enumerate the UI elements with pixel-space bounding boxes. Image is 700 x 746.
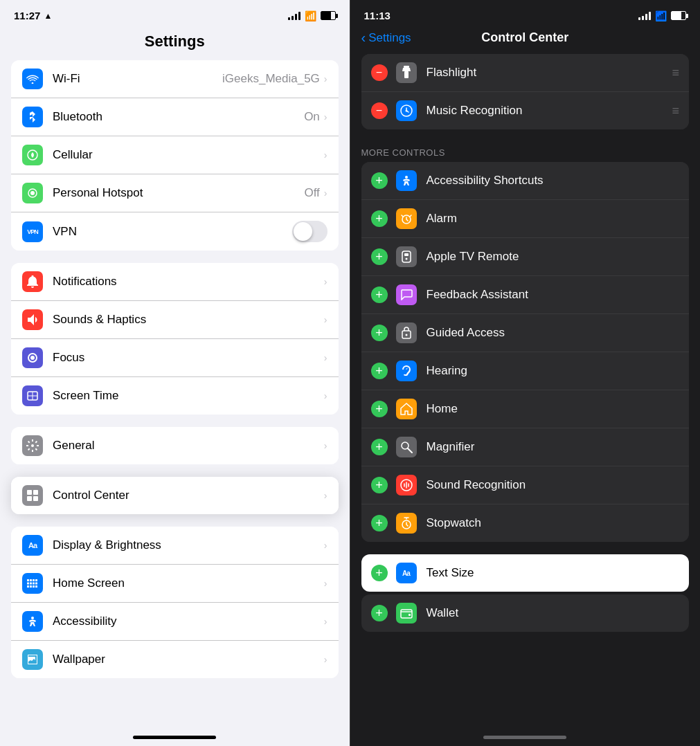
flashlight-drag-handle[interactable]: ≡ (672, 66, 679, 80)
svg-rect-24 (404, 71, 409, 78)
right-status-icons: 📶 (638, 10, 686, 21)
more-controls-header: MORE CONTROLS (350, 142, 701, 162)
sounds-label: Sounds & Haptics (53, 313, 324, 327)
wallet-add-btn[interactable]: + (371, 605, 388, 621)
appletv-row[interactable]: + Apple TV Remote (361, 238, 690, 276)
hearing-row[interactable]: + Hearing (361, 352, 690, 390)
svg-rect-13 (35, 579, 37, 581)
wallpaper-row[interactable]: Wallpaper › (11, 641, 339, 678)
flashlight-row[interactable]: − Flashlight ≡ (361, 54, 690, 92)
alarm-icon (396, 208, 417, 229)
accessibility-shortcuts-add-btn[interactable]: + (371, 172, 388, 189)
svg-rect-17 (35, 583, 37, 585)
hearing-add-btn[interactable]: + (371, 363, 388, 379)
accessibility-shortcuts-icon (396, 170, 417, 191)
back-button[interactable]: ‹ Settings (361, 30, 411, 46)
left-home-indicator (133, 736, 216, 739)
home-add-btn[interactable]: + (371, 401, 388, 417)
textsize-highlighted[interactable]: + Aa Text Size (361, 554, 690, 592)
svg-rect-19 (30, 585, 32, 588)
bluetooth-row[interactable]: Bluetooth On › (11, 98, 339, 136)
hearing-label: Hearing (427, 364, 680, 378)
soundrec-row[interactable]: + Sound Recognition (361, 466, 690, 504)
wifi-icon (22, 69, 43, 89)
right-home-indicator (483, 736, 566, 739)
wifi-label: Wi-Fi (53, 72, 222, 86)
homescreen-icon (22, 573, 43, 594)
display-label: Display & Brightness (53, 538, 324, 552)
included-group: − Flashlight ≡ − Music Recognition ≡ (361, 54, 690, 129)
musicrec-row[interactable]: − Music Recognition ≡ (361, 92, 690, 129)
textsize-row[interactable]: + Aa Text Size (361, 554, 690, 592)
bluetooth-chevron: › (324, 111, 327, 122)
accessibility-shortcuts-row[interactable]: + Accessibility Shortcuts (361, 162, 690, 200)
hotspot-chevron: › (324, 188, 327, 199)
hotspot-row[interactable]: Personal Hotspot Off › (11, 174, 339, 212)
appletv-add-btn[interactable]: + (371, 248, 388, 265)
svg-rect-11 (30, 579, 32, 581)
svg-point-22 (31, 617, 34, 619)
feedback-label: Feedback Assistant (427, 288, 680, 302)
focus-chevron: › (324, 352, 327, 363)
general-label: General (53, 439, 324, 453)
alarm-row[interactable]: + Alarm (361, 200, 690, 238)
bottom-group: Aa Display & Brightness › Home Screen › … (11, 527, 339, 678)
wifi-row[interactable]: Wi-Fi iGeeks_Media_5G › (11, 60, 339, 98)
soundrec-add-btn[interactable]: + (371, 477, 388, 493)
wallet-row[interactable]: + Wallet (361, 594, 690, 632)
control-center-highlighted[interactable]: Control Center › (11, 477, 339, 514)
display-row[interactable]: Aa Display & Brightness › (11, 527, 339, 565)
left-status-bar: 11:27 ▲ 📶 (0, 0, 350, 27)
screentime-row[interactable]: Screen Time › (11, 377, 339, 415)
accessibility-row[interactable]: Accessibility › (11, 603, 339, 641)
stopwatch-add-btn[interactable]: + (371, 515, 388, 531)
general-row[interactable]: General › (11, 427, 339, 464)
magnifier-add-btn[interactable]: + (371, 439, 388, 455)
feedback-row[interactable]: + Feedback Assistant (361, 276, 690, 314)
hotspot-label: Personal Hotspot (53, 186, 304, 200)
stopwatch-row[interactable]: + Stopwatch (361, 504, 690, 542)
feedback-add-btn[interactable]: + (371, 286, 388, 303)
wallpaper-icon (22, 649, 43, 670)
svg-point-5 (31, 444, 34, 447)
musicrec-icon (396, 100, 417, 121)
svg-point-26 (405, 110, 407, 112)
notifications-icon (22, 271, 43, 292)
sounds-icon (22, 309, 43, 330)
wallet-label: Wallet (427, 606, 680, 620)
magnifier-icon (396, 437, 417, 457)
right-header: ‹ Settings Control Center (350, 27, 701, 54)
left-settings-list[interactable]: Wi-Fi iGeeks_Media_5G › Bluetooth On › C… (0, 60, 350, 731)
svg-point-31 (405, 258, 407, 260)
guided-row[interactable]: + Guided Access (361, 314, 690, 352)
flashlight-icon (396, 62, 417, 83)
sounds-row[interactable]: Sounds & Haptics › (11, 301, 339, 339)
alarm-add-btn[interactable]: + (371, 210, 388, 227)
flashlight-remove-btn[interactable]: − (371, 64, 388, 81)
cellular-icon (22, 145, 43, 165)
magnifier-label: Magnifier (427, 440, 680, 454)
musicrec-drag-handle[interactable]: ≡ (672, 104, 679, 118)
vpn-row[interactable]: VPN VPN (11, 212, 339, 251)
svg-rect-15 (30, 583, 32, 585)
notifications-row[interactable]: Notifications › (11, 263, 339, 301)
cellular-row[interactable]: Cellular › (11, 136, 339, 174)
textsize-add-btn[interactable]: + (371, 565, 388, 581)
left-time: 11:27 (14, 10, 40, 21)
svg-rect-39 (409, 614, 411, 616)
location-icon: ▲ (44, 11, 52, 21)
svg-point-1 (30, 191, 35, 195)
svg-rect-8 (27, 496, 32, 501)
back-label: Settings (368, 31, 411, 45)
right-settings-list[interactable]: − Flashlight ≡ − Music Recognition ≡ MOR… (350, 54, 701, 731)
musicrec-remove-btn[interactable]: − (371, 102, 388, 119)
controlcenter-row[interactable]: Control Center › (11, 477, 339, 514)
vpn-toggle[interactable] (292, 221, 327, 242)
feedback-icon (396, 284, 417, 305)
right-page-title: Control Center (481, 30, 568, 45)
guided-add-btn[interactable]: + (371, 325, 388, 341)
homescreen-row[interactable]: Home Screen › (11, 565, 339, 603)
focus-row[interactable]: Focus › (11, 339, 339, 377)
home-row[interactable]: + Home (361, 390, 690, 428)
magnifier-row[interactable]: + Magnifier (361, 428, 690, 466)
